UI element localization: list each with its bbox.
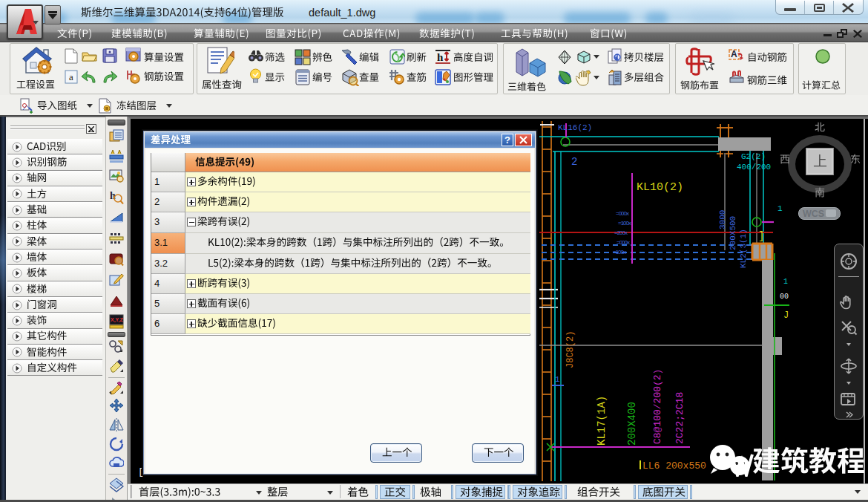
svg-text:A: A [731,49,737,59]
svg-text:a: a [69,71,73,82]
svg-text:h: h [437,51,444,63]
svg-text:X,Y,Z: X,Y,Z [111,317,123,323]
